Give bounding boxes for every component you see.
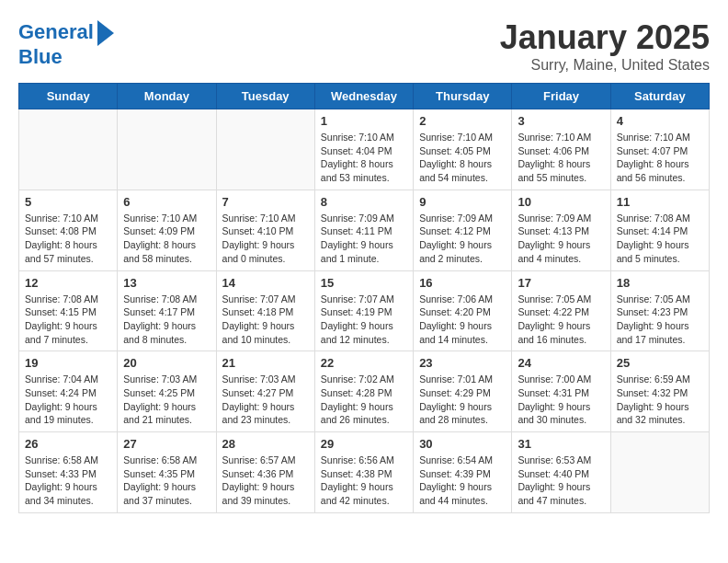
day-number: 30 [419,437,506,451]
calendar-day-cell: 17Sunrise: 7:05 AM Sunset: 4:22 PM Dayli… [512,270,610,351]
day-number: 20 [123,356,210,370]
calendar-day-cell: 25Sunrise: 6:59 AM Sunset: 4:32 PM Dayli… [610,351,709,432]
day-detail: Sunrise: 6:56 AM Sunset: 4:38 PM Dayligh… [321,454,407,508]
calendar-day-cell: 14Sunrise: 7:07 AM Sunset: 4:18 PM Dayli… [216,270,314,351]
calendar-day-cell: 16Sunrise: 7:06 AM Sunset: 4:20 PM Dayli… [414,270,512,351]
day-detail: Sunrise: 6:57 AM Sunset: 4:36 PM Dayligh… [222,454,309,508]
day-number: 18 [617,276,703,290]
day-detail: Sunrise: 7:03 AM Sunset: 4:27 PM Dayligh… [222,373,309,427]
calendar-day-cell: 2Sunrise: 7:10 AM Sunset: 4:05 PM Daylig… [414,109,512,190]
calendar-day-cell: 7Sunrise: 7:10 AM Sunset: 4:10 PM Daylig… [216,190,314,270]
day-number: 9 [419,195,506,209]
calendar-day-cell: 10Sunrise: 7:09 AM Sunset: 4:13 PM Dayli… [512,190,610,270]
title-block: January 2025 Surry, Maine, United States [500,18,710,74]
weekday-header-cell: Thursday [414,84,512,109]
day-number: 17 [518,276,604,290]
logo-text-line1: General [18,21,94,43]
day-detail: Sunrise: 7:09 AM Sunset: 4:13 PM Dayligh… [518,212,604,266]
day-number: 16 [419,276,506,290]
day-number: 15 [321,276,407,290]
day-number: 28 [222,437,309,451]
day-number: 26 [25,437,111,451]
day-detail: Sunrise: 7:09 AM Sunset: 4:12 PM Dayligh… [419,212,506,266]
day-detail: Sunrise: 7:06 AM Sunset: 4:20 PM Dayligh… [419,293,506,347]
day-detail: Sunrise: 7:07 AM Sunset: 4:19 PM Dayligh… [321,293,407,347]
day-number: 21 [222,356,309,370]
day-number: 19 [25,356,111,370]
day-number: 24 [518,356,604,370]
day-detail: Sunrise: 7:02 AM Sunset: 4:28 PM Dayligh… [321,373,407,427]
calendar-day-cell: 1Sunrise: 7:10 AM Sunset: 4:04 PM Daylig… [314,109,413,190]
calendar-day-cell: 8Sunrise: 7:09 AM Sunset: 4:11 PM Daylig… [314,190,413,270]
calendar-day-cell: 27Sunrise: 6:58 AM Sunset: 4:35 PM Dayli… [118,432,216,513]
calendar-day-cell: 6Sunrise: 7:10 AM Sunset: 4:09 PM Daylig… [118,190,216,270]
calendar-day-cell: 9Sunrise: 7:09 AM Sunset: 4:12 PM Daylig… [414,190,512,270]
day-number: 14 [222,276,309,290]
day-number: 11 [617,195,703,209]
calendar-week-row: 1Sunrise: 7:10 AM Sunset: 4:04 PM Daylig… [19,109,710,190]
day-detail: Sunrise: 7:05 AM Sunset: 4:23 PM Dayligh… [617,293,703,347]
day-number: 27 [123,437,210,451]
calendar-week-row: 5Sunrise: 7:10 AM Sunset: 4:08 PM Daylig… [19,190,710,270]
weekday-header-cell: Monday [118,84,216,109]
calendar-day-cell: 18Sunrise: 7:05 AM Sunset: 4:23 PM Dayli… [610,270,709,351]
calendar-day-cell: 24Sunrise: 7:00 AM Sunset: 4:31 PM Dayli… [512,351,610,432]
main-title: January 2025 [500,18,710,57]
day-number: 4 [617,114,703,128]
day-detail: Sunrise: 6:59 AM Sunset: 4:32 PM Dayligh… [617,373,703,427]
day-number: 3 [518,114,604,128]
day-detail: Sunrise: 7:10 AM Sunset: 4:07 PM Dayligh… [617,131,703,185]
day-detail: Sunrise: 6:58 AM Sunset: 4:35 PM Dayligh… [123,454,210,508]
calendar-week-row: 12Sunrise: 7:08 AM Sunset: 4:15 PM Dayli… [19,270,710,351]
calendar-day-cell: 19Sunrise: 7:04 AM Sunset: 4:24 PM Dayli… [19,351,118,432]
calendar-day-cell: 30Sunrise: 6:54 AM Sunset: 4:39 PM Dayli… [414,432,512,513]
calendar-day-cell: 12Sunrise: 7:08 AM Sunset: 4:15 PM Dayli… [19,270,118,351]
calendar-day-cell: 13Sunrise: 7:08 AM Sunset: 4:17 PM Dayli… [118,270,216,351]
calendar-body: 1Sunrise: 7:10 AM Sunset: 4:04 PM Daylig… [19,109,710,513]
calendar-day-cell: 28Sunrise: 6:57 AM Sunset: 4:36 PM Dayli… [216,432,314,513]
calendar-day-cell: 11Sunrise: 7:08 AM Sunset: 4:14 PM Dayli… [610,190,709,270]
day-number: 1 [321,114,407,128]
subtitle: Surry, Maine, United States [500,57,710,74]
weekday-header-cell: Wednesday [314,84,413,109]
day-detail: Sunrise: 7:08 AM Sunset: 4:17 PM Dayligh… [123,293,210,347]
calendar-day-cell: 3Sunrise: 7:10 AM Sunset: 4:06 PM Daylig… [512,109,610,190]
day-number: 10 [518,195,604,209]
page-header: General Blue January 2025 Surry, Maine, … [18,18,710,74]
weekday-header-cell: Friday [512,84,610,109]
day-detail: Sunrise: 7:10 AM Sunset: 4:09 PM Dayligh… [123,212,210,266]
calendar-table: SundayMondayTuesdayWednesdayThursdayFrid… [18,83,710,513]
calendar-day-cell: 5Sunrise: 7:10 AM Sunset: 4:08 PM Daylig… [19,190,118,270]
day-detail: Sunrise: 7:10 AM Sunset: 4:10 PM Dayligh… [222,212,309,266]
day-detail: Sunrise: 7:10 AM Sunset: 4:08 PM Dayligh… [25,212,111,266]
day-detail: Sunrise: 7:00 AM Sunset: 4:31 PM Dayligh… [518,373,604,427]
weekday-header-cell: Saturday [610,84,709,109]
day-number: 29 [321,437,407,451]
day-detail: Sunrise: 6:54 AM Sunset: 4:39 PM Dayligh… [419,454,506,508]
calendar-week-row: 19Sunrise: 7:04 AM Sunset: 4:24 PM Dayli… [19,351,710,432]
calendar-day-cell: 21Sunrise: 7:03 AM Sunset: 4:27 PM Dayli… [216,351,314,432]
day-number: 13 [123,276,210,290]
day-detail: Sunrise: 7:09 AM Sunset: 4:11 PM Dayligh… [321,212,407,266]
calendar-day-cell [610,432,709,513]
calendar-day-cell [19,109,118,190]
day-detail: Sunrise: 6:58 AM Sunset: 4:33 PM Dayligh… [25,454,111,508]
day-number: 2 [419,114,506,128]
calendar-day-cell: 22Sunrise: 7:02 AM Sunset: 4:28 PM Dayli… [314,351,413,432]
calendar-day-cell: 29Sunrise: 6:56 AM Sunset: 4:38 PM Dayli… [314,432,413,513]
weekday-header-row: SundayMondayTuesdayWednesdayThursdayFrid… [19,84,710,109]
day-detail: Sunrise: 7:10 AM Sunset: 4:05 PM Dayligh… [419,131,506,185]
day-detail: Sunrise: 7:08 AM Sunset: 4:14 PM Dayligh… [617,212,703,266]
day-detail: Sunrise: 6:53 AM Sunset: 4:40 PM Dayligh… [518,454,604,508]
day-detail: Sunrise: 7:05 AM Sunset: 4:22 PM Dayligh… [518,293,604,347]
day-number: 7 [222,195,309,209]
calendar-week-row: 26Sunrise: 6:58 AM Sunset: 4:33 PM Dayli… [19,432,710,513]
day-detail: Sunrise: 7:07 AM Sunset: 4:18 PM Dayligh… [222,293,309,347]
logo: General Blue [18,18,114,68]
day-number: 8 [321,195,407,209]
day-detail: Sunrise: 7:10 AM Sunset: 4:04 PM Dayligh… [321,131,407,185]
day-detail: Sunrise: 7:08 AM Sunset: 4:15 PM Dayligh… [25,293,111,347]
weekday-header-cell: Tuesday [216,84,314,109]
day-detail: Sunrise: 7:10 AM Sunset: 4:06 PM Dayligh… [518,131,604,185]
calendar-day-cell: 31Sunrise: 6:53 AM Sunset: 4:40 PM Dayli… [512,432,610,513]
